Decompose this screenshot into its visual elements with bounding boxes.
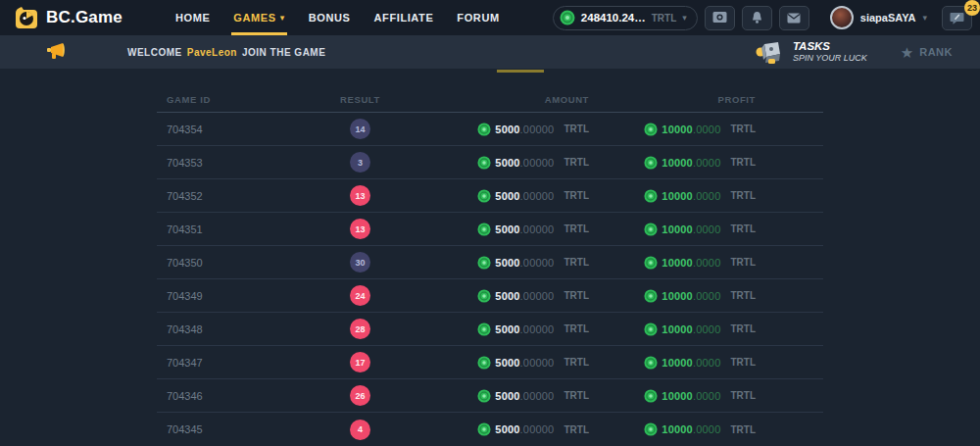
profit-cell: 10000.0000 TRTL (593, 189, 760, 203)
balance-currency: TRTL (652, 13, 677, 24)
messages-button[interactable] (779, 6, 809, 30)
game-id-cell: 704345 (157, 423, 265, 435)
rank-widget[interactable]: ★ RANK (901, 45, 953, 60)
result-cell: 30 (265, 252, 456, 273)
tasks-widget[interactable]: TASKS SPIN YOUR LUCK (755, 39, 867, 65)
coin-icon (644, 256, 658, 270)
user-menu[interactable]: siapaSAYA ▾ (830, 6, 927, 29)
main-menu: HOME GAMES▾ BONUS AFFILIATE FORUM (164, 0, 512, 35)
profit-currency: TRTL (730, 390, 756, 401)
game-id-cell: 704347 (157, 357, 265, 369)
profit-value: 10000.0000 (662, 290, 720, 302)
tasks-subtitle: SPIN YOUR LUCK (793, 53, 867, 63)
amount-value: 5000.00000 (495, 190, 554, 202)
chat-button[interactable]: 23 (942, 6, 972, 30)
trtl-coin-icon (560, 10, 575, 25)
menu-item-forum[interactable]: FORUM (445, 0, 511, 35)
coin-icon (644, 356, 658, 370)
vault-button[interactable] (705, 6, 735, 30)
notifications-button[interactable] (742, 6, 772, 30)
amount-value: 5000.00000 (495, 290, 554, 302)
coin-icon (644, 289, 658, 303)
profit-value: 10000.0000 (662, 257, 720, 269)
amount-value: 5000.00000 (495, 390, 554, 402)
profit-cell: 10000.0000 TRTL (593, 123, 760, 136)
game-id-cell: 704354 (157, 124, 265, 135)
tasks-title: TASKS (793, 40, 867, 53)
result-cell: 3 (265, 152, 456, 173)
amount-value: 5000.00000 (495, 323, 554, 335)
amount-currency: TRTL (564, 390, 589, 401)
menu-item-games[interactable]: GAMES▾ (221, 0, 296, 35)
amount-cell: 5000.00000 TRTL (456, 322, 593, 336)
welcome-word: WELCOME (127, 47, 182, 58)
coin-icon (477, 289, 491, 303)
game-id-cell: 704353 (157, 157, 265, 169)
amount-currency: TRTL (564, 157, 589, 168)
amount-currency: TRTL (564, 357, 589, 368)
header-result: RESULT (265, 94, 456, 105)
result-cell: 13 (265, 185, 456, 206)
table-row[interactable]: 704352 13 5000.00000 TRTL 10000.0000 TRT… (157, 179, 823, 213)
result-cell: 14 (265, 119, 456, 139)
vault-icon (712, 11, 727, 25)
menu-item-affiliate[interactable]: AFFILIATE (363, 0, 446, 35)
result-badge: 24 (350, 285, 370, 306)
coin-icon (477, 322, 491, 336)
result-cell: 17 (265, 352, 456, 372)
tasks-text: TASKS SPIN YOUR LUCK (793, 40, 867, 64)
coin-icon (644, 123, 658, 136)
coin-icon (477, 223, 491, 236)
profit-currency: TRTL (730, 124, 756, 134)
table-row[interactable]: 704347 17 5000.00000 TRTL 10000.0000 TRT… (157, 346, 823, 379)
chevron-down-icon: ▾ (280, 13, 285, 23)
amount-currency: TRTL (564, 190, 589, 201)
table-row[interactable]: 704346 26 5000.00000 TRTL 10000.0000 TRT… (157, 379, 823, 413)
bell-icon (751, 11, 763, 25)
result-cell: 13 (265, 219, 456, 239)
coin-icon (477, 256, 491, 270)
coin-icon (644, 422, 658, 436)
game-id-cell: 704352 (157, 190, 265, 202)
result-badge: 13 (350, 219, 370, 239)
profit-value: 10000.0000 (662, 190, 720, 202)
amount-currency: TRTL (564, 257, 589, 268)
coin-icon (644, 189, 658, 203)
amount-cell: 5000.00000 TRTL (456, 389, 593, 403)
table-row[interactable]: 704353 3 5000.00000 TRTL 10000.0000 TRTL (157, 146, 823, 179)
table-row[interactable]: 704351 13 5000.00000 TRTL 10000.0000 TRT… (157, 213, 823, 246)
chat-icon (950, 12, 964, 25)
amount-value: 5000.00000 (495, 223, 554, 235)
table-row[interactable]: 704354 14 5000.00000 TRTL 10000.0000 TRT… (157, 113, 823, 146)
brand-logo[interactable]: BC.Game (14, 6, 122, 30)
active-tab-indicator (497, 70, 544, 73)
profit-currency: TRTL (730, 323, 756, 334)
amount-cell: 5000.00000 TRTL (456, 156, 593, 170)
table-row[interactable]: 704350 30 5000.00000 TRTL 10000.0000 TRT… (157, 246, 823, 279)
balance-selector[interactable]: 248410.24… TRTL ▾ (553, 6, 698, 30)
game-id-cell: 704348 (157, 323, 265, 335)
profit-cell: 10000.0000 TRTL (593, 322, 760, 336)
coin-icon (477, 389, 491, 403)
top-navbar: BC.Game HOME GAMES▾ BONUS AFFILIATE FORU… (0, 0, 980, 35)
amount-cell: 5000.00000 TRTL (456, 289, 593, 303)
result-badge: 4 (350, 420, 370, 440)
main-content: GAME ID RESULT AMOUNT PROFIT 704354 14 5… (0, 69, 980, 446)
result-badge: 28 (350, 319, 370, 339)
table-row[interactable]: 704345 4 5000.00000 TRTL 10000.0000 TRTL (157, 413, 823, 446)
welcome-join: JOIN THE GAME (242, 47, 325, 58)
announcement-bar: WELCOME PaveLeon JOIN THE GAME TASKS SPI… (0, 35, 980, 69)
profit-cell: 10000.0000 TRTL (593, 389, 760, 403)
result-badge: 26 (350, 385, 370, 406)
coin-icon (644, 156, 658, 170)
profit-cell: 10000.0000 TRTL (593, 289, 760, 303)
amount-cell: 5000.00000 TRTL (456, 256, 593, 270)
table-row[interactable]: 704349 24 5000.00000 TRTL 10000.0000 TRT… (157, 279, 823, 313)
profit-value: 10000.0000 (662, 323, 720, 335)
table-row[interactable]: 704348 28 5000.00000 TRTL 10000.0000 TRT… (157, 313, 823, 346)
amount-currency: TRTL (564, 223, 589, 234)
menu-item-bonus[interactable]: BONUS (297, 0, 363, 35)
menu-item-home[interactable]: HOME (164, 0, 221, 35)
profit-currency: TRTL (730, 424, 756, 435)
balance-amount: 248410.24… (581, 12, 646, 24)
